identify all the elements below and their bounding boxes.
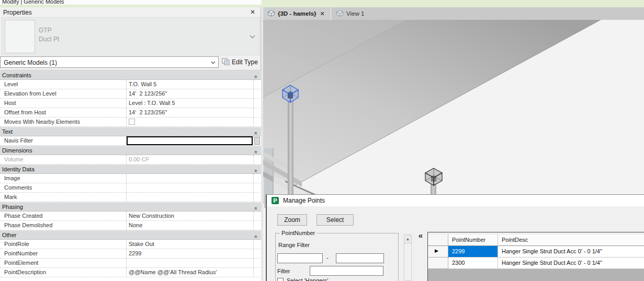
property-row: Elevation from Level14' 2 123/256"	[0, 89, 261, 99]
property-value[interactable]: 2299	[127, 249, 254, 259]
collapse-section-icon[interactable]: »	[253, 205, 259, 210]
points-table-panel: PointNumberPointDesc▶2299Hanger Single S…	[427, 232, 644, 281]
property-row: Offset from Host14' 2 123/256"	[0, 108, 261, 118]
property-value[interactable]: @@Name @@'All Thread Radius'	[127, 268, 254, 277]
section-label: Phasing	[2, 204, 23, 210]
property-value[interactable]: 14' 2 123/256"	[127, 89, 254, 99]
property-browse-button[interactable]	[254, 137, 260, 145]
edit-type-icon	[222, 58, 230, 66]
select-button[interactable]: Select	[317, 214, 354, 226]
column-header-pointdesc[interactable]: PointDesc	[498, 235, 644, 246]
property-row: Navis Filter	[0, 136, 261, 146]
select-checkbox-label: Select 'Hangers'	[287, 277, 328, 281]
property-row: Volume0.00 CF	[0, 155, 261, 165]
property-row-tail	[254, 80, 261, 89]
property-row: Phase DemolishedNone	[0, 221, 261, 230]
property-row-tail	[254, 89, 261, 99]
properties-header: Properties ✕	[0, 7, 261, 17]
row-selector-cell[interactable]	[428, 257, 448, 269]
section-label: Text	[2, 128, 13, 135]
property-value[interactable]: T.O. Wall 5	[127, 80, 254, 89]
pointdesc-cell[interactable]: Hanger Single Strut Duct Acc 0' - 0 1/4"	[498, 257, 644, 269]
chevron-down-icon[interactable]	[250, 33, 255, 40]
property-value[interactable]: Level : T.O. Wall 5	[127, 99, 254, 108]
collapse-section-icon[interactable]: »	[253, 167, 259, 172]
property-section-header[interactable]: Text»	[0, 127, 261, 136]
filter-combobox-value: Generic Models (1)	[4, 59, 57, 66]
chevron-down-icon[interactable]	[210, 60, 216, 66]
property-value[interactable]	[127, 183, 254, 193]
property-section-header[interactable]: Identity Data»	[0, 165, 261, 174]
points-table: PointNumberPointDesc▶2299Hanger Single S…	[428, 235, 644, 269]
navis-filter-input[interactable]	[127, 136, 253, 145]
property-row: PointDescription@@Name @@'All Thread Rad…	[0, 268, 261, 277]
property-label: Level	[0, 80, 127, 89]
property-row-tail	[254, 155, 261, 165]
dialog-title: Manage Points	[283, 197, 325, 204]
property-label: Offset from Host	[0, 108, 127, 118]
property-label: Volume	[0, 155, 127, 165]
dialog-title-bar[interactable]: P Manage Points	[267, 195, 644, 206]
property-label: Host	[0, 99, 127, 108]
property-value[interactable]: Stake Out	[127, 240, 254, 249]
property-section-header[interactable]: Dimensions»	[0, 146, 261, 155]
property-row-tail	[254, 249, 261, 259]
point-cube[interactable]	[425, 168, 442, 185]
filter-combobox[interactable]: Generic Models (1)	[0, 56, 219, 68]
edit-type-button[interactable]: Edit Type	[222, 56, 260, 68]
properties-filter-row: Generic Models (1) Edit Type	[0, 56, 261, 68]
pointnumber-cell[interactable]: 2300	[448, 257, 498, 269]
property-label: Mark	[0, 193, 127, 202]
3d-view-icon	[336, 10, 344, 18]
ribbon-context-tab[interactable]: Modify | Generic Models	[0, 0, 262, 5]
range-to-input[interactable]	[336, 253, 384, 263]
column-header-pointnumber[interactable]: PointNumber	[448, 235, 498, 246]
pointnumber-cell[interactable]: 2299	[448, 246, 498, 257]
property-value[interactable]: None	[127, 221, 254, 230]
collapse-section-icon[interactable]: »	[253, 73, 259, 78]
property-checkbox[interactable]	[129, 119, 135, 125]
property-row: PointRoleStake Out	[0, 240, 261, 249]
collapse-section-icon[interactable]: »	[253, 148, 259, 154]
property-value[interactable]	[127, 118, 254, 127]
zoom-button[interactable]: Zoom	[277, 214, 307, 226]
pointdesc-cell[interactable]: Hanger Single Strut Duct Acc 0' - 0 1/4"	[498, 246, 644, 257]
property-value[interactable]	[127, 259, 254, 268]
filter-panel-scrollbar[interactable]: ▲	[404, 235, 412, 281]
property-row-tail	[254, 268, 261, 277]
property-row: Phase CreatedNew Construction	[0, 212, 261, 221]
collapse-chevron-icon[interactable]: «	[415, 231, 426, 241]
filter-label: Filter	[277, 268, 290, 274]
select-checkbox[interactable]	[277, 278, 284, 281]
property-row: Mark	[0, 193, 261, 202]
filter-input[interactable]	[310, 266, 383, 276]
property-value[interactable]	[127, 136, 254, 146]
table-row[interactable]: ▶2299Hanger Single Strut Duct Acc 0' - 0…	[428, 246, 644, 257]
row-selector-cell[interactable]: ▶	[428, 246, 448, 257]
table-row[interactable]: 2300Hanger Single Strut Duct Acc 0' - 0 …	[428, 257, 644, 269]
property-section-header[interactable]: Phasing»	[0, 202, 261, 212]
section-label: Constraints	[2, 72, 31, 78]
close-icon[interactable]: ✕	[320, 10, 325, 17]
range-from-input[interactable]	[277, 253, 323, 263]
property-value[interactable]	[127, 193, 254, 202]
property-value[interactable]: 14' 2 123/256"	[127, 108, 254, 118]
collapse-section-icon[interactable]: »	[253, 130, 259, 135]
manage-points-app-icon: P	[272, 197, 279, 204]
row-selector-header[interactable]	[428, 235, 448, 246]
tab-label: View 1	[346, 10, 364, 17]
property-section-header[interactable]: Constraints»	[0, 71, 261, 80]
property-value[interactable]: New Construction	[127, 212, 254, 221]
type-selector[interactable]: GTP Duct Pt	[2, 17, 260, 55]
collapse-section-icon[interactable]: »	[253, 233, 259, 238]
scroll-up-icon[interactable]: ▲	[404, 235, 411, 243]
property-label: Navis Filter	[0, 136, 127, 146]
property-value[interactable]	[127, 174, 254, 183]
property-value[interactable]: 0.00 CF	[127, 155, 254, 165]
tab-view-1[interactable]: View 1	[332, 7, 381, 20]
property-row-tail	[254, 99, 261, 108]
close-icon[interactable]: ✕	[249, 8, 256, 16]
tab-3d-hamels[interactable]: {3D - hamels} ✕	[263, 7, 331, 20]
range-separator: -	[326, 254, 329, 261]
property-section-header[interactable]: Other»	[0, 230, 261, 240]
